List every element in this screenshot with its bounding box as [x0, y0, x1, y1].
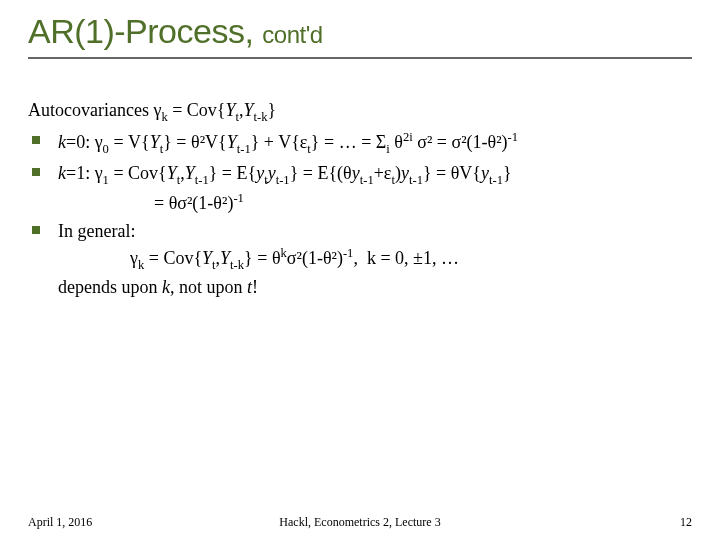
title-divider	[28, 57, 692, 59]
bullet-k1-cont: = θσ²(1-θ²)-1	[58, 189, 692, 216]
slide-title: AR(1)-Process, cont'd	[28, 12, 692, 51]
slide: AR(1)-Process, cont'd Autocovariances γk…	[0, 0, 720, 540]
bullet-general-label: In general:	[58, 221, 135, 241]
title-main: AR(1)-Process,	[28, 12, 262, 50]
slide-footer: April 1, 2016 Hackl, Econometrics 2, Lec…	[28, 515, 692, 530]
footer-center: Hackl, Econometrics 2, Lecture 3	[279, 515, 440, 530]
bullet-general-depends: depends upon k, not upon t!	[58, 274, 692, 300]
bullet-general-formula: γk = Cov{Yt,Yt-k} = θkσ²(1-θ²)-1, k = 0,…	[58, 244, 692, 274]
bullet-k1: k=1: γ1 = Cov{Yt,Yt-1} = E{ytyt-1} = E{(…	[28, 160, 692, 216]
bullet-general: In general: γk = Cov{Yt,Yt-k} = θkσ²(1-θ…	[28, 218, 692, 300]
bullet-list: k=0: γ0 = V{Yt} = θ²V{Yt-1} + V{εt} = … …	[28, 128, 692, 300]
title-contd: cont'd	[262, 21, 322, 48]
footer-page: 12	[680, 515, 692, 530]
slide-body: Autocovariances γk = Cov{Yt,Yt-k} k=0: γ…	[28, 97, 692, 300]
footer-date: April 1, 2016	[28, 515, 92, 530]
intro-line: Autocovariances γk = Cov{Yt,Yt-k}	[28, 97, 692, 126]
bullet-k0: k=0: γ0 = V{Yt} = θ²V{Yt-1} + V{εt} = … …	[28, 128, 692, 158]
